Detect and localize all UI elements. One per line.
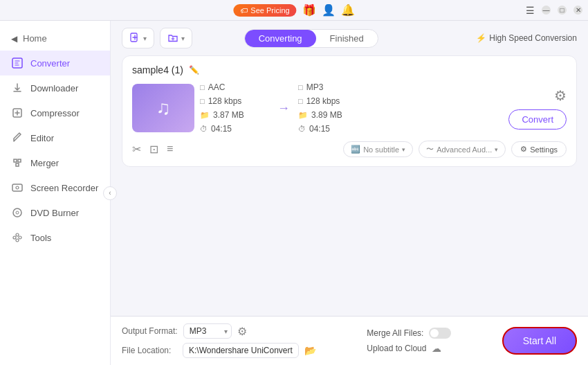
source-size-row: 📁 3.87 MB (200, 110, 269, 120)
crop-icon[interactable]: ⊡ (149, 143, 158, 156)
add-folder-button[interactable]: ▾ (160, 28, 192, 48)
dest-bitrate-row: □ 128 kbps (298, 96, 367, 106)
sidebar-home-label: Home (23, 33, 47, 44)
file-location-input[interactable] (183, 343, 299, 358)
high-speed-conversion[interactable]: ⚡ High Speed Conversion (476, 33, 577, 43)
settings-area: ⚙ Convert (508, 87, 567, 130)
toolbar: ▾ ▾ Converting Finished ⚡ High Speed Con… (111, 21, 588, 55)
settings-button[interactable]: ⚙ Settings (511, 141, 567, 157)
sidebar-item-home[interactable]: ◀ Home (0, 26, 110, 51)
source-format: AAC (208, 82, 226, 92)
dest-duration-icon: ⏱ (298, 125, 306, 133)
convert-button[interactable]: Convert (508, 109, 567, 130)
bottom-left: Output Format: MP3 AAC WAV FLAC MP4 ⚙ Fi… (122, 323, 316, 358)
maximize-button[interactable]: □ (558, 6, 567, 15)
menu-icon[interactable]: ☰ (526, 5, 535, 16)
advanced-label: Advanced Aud... (437, 145, 492, 154)
add-file-icon (129, 33, 140, 44)
svg-point-7 (16, 233, 19, 236)
minimize-button[interactable]: — (542, 6, 551, 15)
dest-format: MP3 (306, 82, 324, 92)
wave-icon: 〜 (426, 144, 434, 154)
downloader-icon (11, 82, 24, 94)
bitrate-icon: □ (200, 97, 205, 105)
sidebar-downloader-label: Downloader (30, 83, 78, 94)
svg-rect-2 (12, 184, 22, 191)
user-icon[interactable]: 👤 (322, 3, 336, 17)
svg-point-4 (13, 208, 21, 217)
compressor-icon (11, 107, 24, 119)
upload-cloud-row: Upload to Cloud ☁ (367, 343, 451, 354)
subtitle-select[interactable]: 🔤 No subtitle ▾ (343, 141, 413, 157)
bell-icon[interactable]: 🔔 (341, 3, 355, 17)
sidebar-item-screen-recorder[interactable]: Screen Recorder (0, 175, 110, 200)
size-icon: 📁 (200, 111, 210, 120)
tools-icon (11, 231, 24, 244)
upload-cloud-label: Upload to Cloud (367, 344, 426, 353)
source-bitrate: 128 kbps (208, 96, 242, 106)
edit-icon[interactable]: ✏️ (189, 65, 199, 75)
sidebar-item-converter[interactable]: Converter (0, 51, 110, 75)
sidebar-merger-label: Merger (30, 158, 59, 168)
sidebar-item-dvd-burner[interactable]: DVD Burner (0, 200, 110, 225)
tag-icon: 🏷 (240, 6, 248, 15)
sidebar-collapse-button[interactable]: ‹ (103, 186, 117, 200)
start-all-button[interactable]: Start All (502, 327, 577, 355)
see-pricing-button[interactable]: 🏷 See Pricing (233, 4, 296, 17)
bottom-bar: Output Format: MP3 AAC WAV FLAC MP4 ⚙ Fi… (111, 316, 588, 365)
right-controls: 🔤 No subtitle ▾ 〜 Advanced Aud... ▾ ⚙ Se… (343, 141, 567, 158)
sidebar-compressor-label: Compressor (30, 108, 80, 118)
thumbnail: ♫ (132, 84, 194, 132)
sidebar-screen-recorder-label: Screen Recorder (30, 183, 98, 193)
dest-size-row: 📁 3.89 MB (298, 110, 367, 120)
editor-icon (11, 132, 24, 144)
settings-label: Settings (530, 145, 558, 154)
dest-format-row: □ MP3 (298, 82, 367, 92)
svg-point-6 (13, 236, 16, 239)
sidebar-editor-label: Editor (30, 133, 54, 143)
sidebar-item-merger[interactable]: Merger (0, 150, 110, 175)
sidebar-tools-label: Tools (30, 233, 51, 243)
file-location-row: File Location: 📂 (122, 343, 316, 358)
output-format-label: Output Format: (122, 326, 178, 336)
convert-arrow-icon: → (277, 101, 290, 116)
high-speed-label: High Speed Conversion (489, 33, 577, 43)
file-settings-icon[interactable]: ⚙ (554, 87, 567, 104)
sidebar-item-downloader[interactable]: Downloader (0, 75, 110, 100)
close-button[interactable]: ✕ (573, 6, 582, 15)
content-area: ▾ ▾ Converting Finished ⚡ High Speed Con… (111, 21, 588, 365)
advanced-select[interactable]: 〜 Advanced Aud... ▾ (419, 141, 506, 158)
advanced-chevron: ▾ (495, 146, 498, 153)
svg-point-8 (19, 236, 21, 239)
output-format-select[interactable]: MP3 AAC WAV FLAC MP4 (183, 323, 232, 339)
main-layout: ◀ Home Converter Downloader (0, 21, 588, 365)
add-file-button[interactable]: ▾ (122, 28, 154, 48)
tab-group: Converting Finished (244, 29, 378, 48)
tool-icons: ✂ ⊡ ≡ (132, 143, 173, 156)
tab-converting[interactable]: Converting (245, 30, 316, 47)
format-settings-icon[interactable]: ⚙ (237, 325, 247, 338)
dest-duration-row: ⏱ 04:15 (298, 124, 367, 134)
merge-toggle[interactable] (429, 328, 451, 339)
subtitle-icon: 🔤 (351, 145, 360, 154)
browse-folder-icon[interactable]: 📂 (304, 345, 316, 356)
tab-finished[interactable]: Finished (316, 30, 378, 47)
gift-icon[interactable]: 🎁 (302, 3, 316, 17)
sidebar-item-compressor[interactable]: Compressor (0, 100, 110, 125)
sidebar: ◀ Home Converter Downloader (0, 21, 111, 365)
sidebar-dvd-burner-label: DVD Burner (30, 208, 79, 218)
cut-icon[interactable]: ✂ (132, 143, 141, 156)
file-name: sample4 (1) (132, 64, 183, 75)
music-icon: ♫ (156, 97, 171, 119)
back-icon: ◀ (11, 34, 17, 44)
sidebar-item-tools[interactable]: Tools (0, 225, 110, 250)
add-file-arrow: ▾ (143, 35, 147, 42)
lightning-icon: ⚡ (476, 33, 486, 43)
cloud-icon[interactable]: ☁ (432, 343, 441, 354)
screen-recorder-icon (11, 181, 24, 194)
source-duration: 04:15 (211, 124, 232, 134)
sidebar-item-editor[interactable]: Editor (0, 125, 110, 150)
file-card: sample4 (1) ✏️ ♫ □ AAC (122, 55, 577, 167)
output-format-row: Output Format: MP3 AAC WAV FLAC MP4 ⚙ (122, 323, 316, 339)
filter-icon[interactable]: ≡ (167, 143, 173, 156)
